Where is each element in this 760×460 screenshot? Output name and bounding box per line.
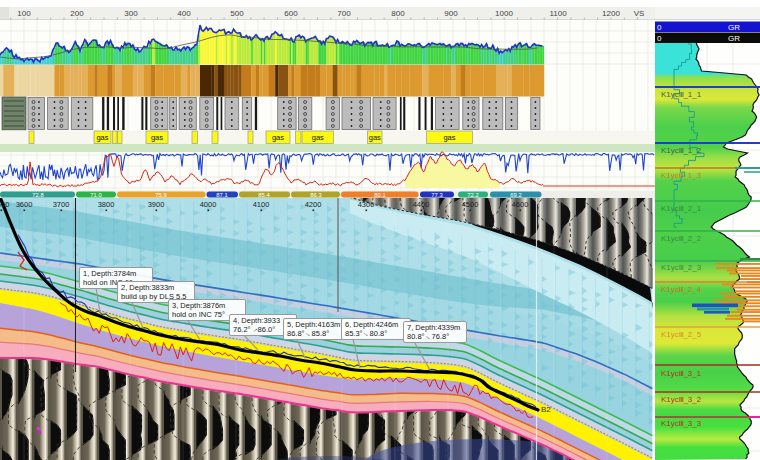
svg-text:900: 900 — [444, 9, 458, 18]
svg-text:300: 300 — [124, 9, 138, 18]
svg-text:gas: gas — [369, 133, 381, 142]
svg-text:1100: 1100 — [549, 9, 567, 18]
svg-text:71.0: 71.0 — [90, 192, 101, 198]
svg-text:80.1: 80.1 — [374, 192, 385, 198]
svg-text:GR: GR — [728, 23, 740, 32]
svg-text:1000: 1000 — [495, 9, 513, 18]
svg-text:700: 700 — [337, 9, 351, 18]
svg-text:K1ycIII_2_4: K1ycIII_2_4 — [661, 285, 702, 294]
svg-text:gas: gas — [443, 133, 455, 142]
svg-text:K1ycIII_3_1: K1ycIII_3_1 — [661, 369, 702, 378]
svg-text:800: 800 — [391, 9, 405, 18]
svg-text:gas: gas — [312, 133, 324, 142]
svg-text:K1ycIII_2_1: K1ycIII_2_1 — [661, 204, 702, 213]
svg-text:200: 200 — [70, 9, 84, 18]
svg-text:K1ycIII_2_3: K1ycIII_2_3 — [661, 263, 702, 272]
svg-text:K1ycIII_1_2: K1ycIII_1_2 — [661, 146, 702, 155]
svg-text:K1ycIII_2_5: K1ycIII_2_5 — [661, 330, 702, 339]
svg-text:K1ycIII_3_2: K1ycIII_3_2 — [661, 395, 702, 404]
svg-text:72.8: 72.8 — [32, 192, 43, 198]
svg-text:500: 500 — [230, 9, 244, 18]
svg-text:69.2: 69.2 — [510, 192, 521, 198]
svg-text:K1ycIII_1_3: K1ycIII_1_3 — [661, 171, 702, 180]
svg-text:75.9: 75.9 — [155, 192, 166, 198]
svg-text:86.3: 86.3 — [310, 192, 321, 198]
svg-text:72.2: 72.2 — [467, 192, 478, 198]
svg-text:gas: gas — [96, 133, 108, 142]
svg-text:400: 400 — [177, 9, 191, 18]
svg-text:K1ycIII_2_2: K1ycIII_2_2 — [661, 234, 702, 243]
svg-text:77.3: 77.3 — [431, 192, 442, 198]
svg-text:85.4: 85.4 — [258, 192, 270, 198]
svg-text:0: 0 — [657, 23, 662, 32]
svg-text:87.1: 87.1 — [216, 192, 227, 198]
svg-text:VS: VS — [634, 9, 645, 18]
svg-text:K1ycIII_3_3: K1ycIII_3_3 — [661, 419, 702, 428]
svg-text:0: 0 — [657, 34, 662, 43]
svg-text:100: 100 — [17, 9, 31, 18]
svg-text:600: 600 — [284, 9, 298, 18]
svg-text:K1ycIII_1_1: K1ycIII_1_1 — [661, 90, 702, 99]
svg-text:GR: GR — [728, 34, 740, 43]
svg-text:gas: gas — [151, 133, 163, 142]
svg-text:1200: 1200 — [602, 9, 620, 18]
svg-text:gas: gas — [272, 133, 284, 142]
